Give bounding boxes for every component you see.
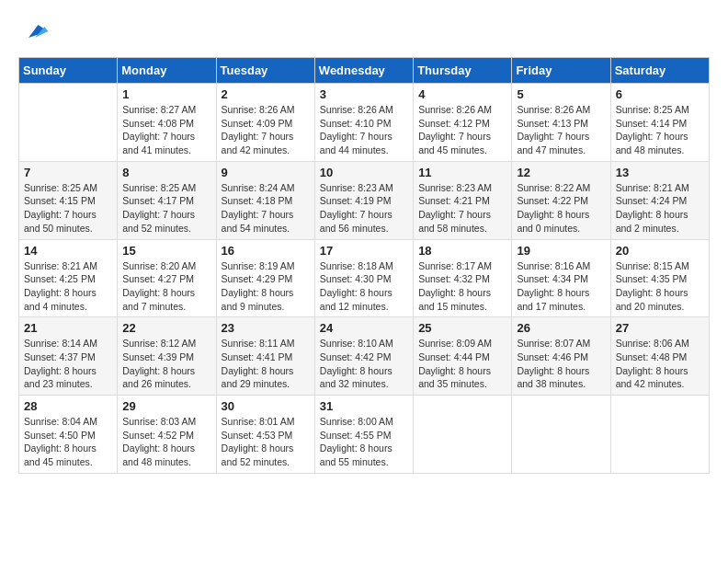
calendar-cell: 29Sunrise: 8:03 AMSunset: 4:52 PMDayligh…	[118, 396, 216, 474]
calendar-cell: 26Sunrise: 8:07 AMSunset: 4:46 PMDayligh…	[512, 317, 610, 396]
calendar-cell: 16Sunrise: 8:19 AMSunset: 4:29 PMDayligh…	[216, 239, 314, 317]
calendar-cell: 2Sunrise: 8:26 AMSunset: 4:09 PMDaylight…	[216, 84, 314, 162]
calendar-cell: 17Sunrise: 8:18 AMSunset: 4:30 PMDayligh…	[314, 239, 413, 317]
calendar-header-row: SundayMondayTuesdayWednesdayThursdayFrid…	[19, 58, 710, 84]
day-info: Sunrise: 8:17 AMSunset: 4:32 PMDaylight:…	[418, 259, 506, 314]
day-info: Sunrise: 8:01 AMSunset: 4:53 PMDaylight:…	[222, 415, 310, 469]
calendar-cell: 30Sunrise: 8:01 AMSunset: 4:53 PMDayligh…	[216, 396, 314, 474]
calendar-cell: 12Sunrise: 8:22 AMSunset: 4:22 PMDayligh…	[512, 161, 610, 239]
calendar-cell: 21Sunrise: 8:14 AMSunset: 4:37 PMDayligh…	[19, 317, 118, 396]
calendar-cell: 18Sunrise: 8:17 AMSunset: 4:32 PMDayligh…	[414, 239, 512, 317]
day-number: 17	[320, 244, 408, 258]
calendar-cell	[19, 84, 118, 162]
day-number: 27	[616, 321, 704, 335]
calendar-cell: 22Sunrise: 8:12 AMSunset: 4:39 PMDayligh…	[118, 317, 216, 396]
calendar-cell: 1Sunrise: 8:27 AMSunset: 4:08 PMDaylight…	[118, 84, 216, 162]
day-number: 20	[616, 244, 704, 258]
calendar-cell	[512, 396, 610, 474]
day-info: Sunrise: 8:25 AMSunset: 4:17 PMDaylight:…	[122, 181, 210, 236]
day-number: 5	[517, 87, 605, 101]
weekday-header: Thursday	[414, 58, 512, 84]
day-info: Sunrise: 8:27 AMSunset: 4:08 PMDaylight:…	[122, 103, 210, 157]
calendar-cell: 11Sunrise: 8:23 AMSunset: 4:21 PMDayligh…	[414, 161, 512, 239]
day-info: Sunrise: 8:23 AMSunset: 4:21 PMDaylight:…	[418, 181, 506, 236]
day-number: 19	[517, 244, 605, 258]
day-info: Sunrise: 8:14 AMSunset: 4:37 PMDaylight:…	[24, 337, 112, 391]
day-number: 28	[24, 399, 112, 413]
calendar-cell: 27Sunrise: 8:06 AMSunset: 4:48 PMDayligh…	[610, 317, 709, 396]
day-number: 16	[222, 244, 310, 258]
calendar-cell: 14Sunrise: 8:21 AMSunset: 4:25 PMDayligh…	[19, 239, 118, 317]
day-number: 18	[418, 244, 506, 258]
day-number: 15	[122, 244, 210, 258]
day-info: Sunrise: 8:21 AMSunset: 4:25 PMDaylight:…	[24, 259, 112, 314]
logo-icon	[22, 18, 48, 44]
day-number: 30	[222, 399, 310, 413]
calendar-cell: 13Sunrise: 8:21 AMSunset: 4:24 PMDayligh…	[610, 161, 709, 239]
calendar-cell: 9Sunrise: 8:24 AMSunset: 4:18 PMDaylight…	[216, 161, 314, 239]
day-number: 21	[24, 321, 112, 335]
day-info: Sunrise: 8:07 AMSunset: 4:46 PMDaylight:…	[517, 337, 605, 391]
day-info: Sunrise: 8:26 AMSunset: 4:09 PMDaylight:…	[222, 103, 310, 157]
day-info: Sunrise: 8:04 AMSunset: 4:50 PMDaylight:…	[24, 415, 112, 469]
weekday-header: Sunday	[19, 58, 118, 84]
day-info: Sunrise: 8:25 AMSunset: 4:14 PMDaylight:…	[616, 103, 704, 157]
day-info: Sunrise: 8:03 AMSunset: 4:52 PMDaylight:…	[122, 415, 210, 469]
weekday-header: Saturday	[610, 58, 709, 84]
day-info: Sunrise: 8:15 AMSunset: 4:35 PMDaylight:…	[616, 259, 704, 314]
day-info: Sunrise: 8:06 AMSunset: 4:48 PMDaylight:…	[616, 337, 704, 391]
day-number: 4	[418, 87, 506, 101]
day-info: Sunrise: 8:10 AMSunset: 4:42 PMDaylight:…	[320, 337, 408, 391]
calendar-week-row: 21Sunrise: 8:14 AMSunset: 4:37 PMDayligh…	[19, 317, 710, 396]
day-info: Sunrise: 8:09 AMSunset: 4:44 PMDaylight:…	[418, 337, 506, 391]
day-number: 31	[320, 399, 408, 413]
day-number: 24	[320, 321, 408, 335]
day-number: 22	[122, 321, 210, 335]
calendar-cell: 23Sunrise: 8:11 AMSunset: 4:41 PMDayligh…	[216, 317, 314, 396]
calendar-cell: 10Sunrise: 8:23 AMSunset: 4:19 PMDayligh…	[314, 161, 413, 239]
calendar-week-row: 28Sunrise: 8:04 AMSunset: 4:50 PMDayligh…	[19, 396, 710, 474]
day-number: 1	[122, 87, 210, 101]
day-number: 3	[320, 87, 408, 101]
day-info: Sunrise: 8:12 AMSunset: 4:39 PMDaylight:…	[122, 337, 210, 391]
weekday-header: Tuesday	[216, 58, 314, 84]
day-number: 7	[24, 166, 112, 179]
day-info: Sunrise: 8:19 AMSunset: 4:29 PMDaylight:…	[222, 259, 310, 314]
calendar-cell: 15Sunrise: 8:20 AMSunset: 4:27 PMDayligh…	[118, 239, 216, 317]
calendar-cell: 31Sunrise: 8:00 AMSunset: 4:55 PMDayligh…	[314, 396, 413, 474]
calendar-cell: 25Sunrise: 8:09 AMSunset: 4:44 PMDayligh…	[414, 317, 512, 396]
day-number: 26	[517, 321, 605, 335]
calendar-cell: 8Sunrise: 8:25 AMSunset: 4:17 PMDaylight…	[118, 161, 216, 239]
day-info: Sunrise: 8:23 AMSunset: 4:19 PMDaylight:…	[320, 181, 408, 236]
calendar-cell: 7Sunrise: 8:25 AMSunset: 4:15 PMDaylight…	[19, 161, 118, 239]
day-info: Sunrise: 8:25 AMSunset: 4:15 PMDaylight:…	[24, 181, 112, 236]
day-number: 13	[616, 166, 704, 179]
day-info: Sunrise: 8:24 AMSunset: 4:18 PMDaylight:…	[222, 181, 310, 236]
calendar-table: SundayMondayTuesdayWednesdayThursdayFrid…	[18, 57, 710, 474]
calendar-cell: 4Sunrise: 8:26 AMSunset: 4:12 PMDaylight…	[414, 84, 512, 162]
day-info: Sunrise: 8:16 AMSunset: 4:34 PMDaylight:…	[517, 259, 605, 314]
day-info: Sunrise: 8:22 AMSunset: 4:22 PMDaylight:…	[517, 181, 605, 236]
day-number: 14	[24, 244, 112, 258]
day-number: 2	[222, 87, 310, 101]
day-number: 8	[122, 166, 210, 179]
weekday-header: Monday	[118, 58, 216, 84]
day-info: Sunrise: 8:00 AMSunset: 4:55 PMDaylight:…	[320, 415, 408, 469]
day-info: Sunrise: 8:26 AMSunset: 4:10 PMDaylight:…	[320, 103, 408, 157]
day-info: Sunrise: 8:26 AMSunset: 4:13 PMDaylight:…	[517, 103, 605, 157]
calendar-cell: 19Sunrise: 8:16 AMSunset: 4:34 PMDayligh…	[512, 239, 610, 317]
calendar-cell: 24Sunrise: 8:10 AMSunset: 4:42 PMDayligh…	[314, 317, 413, 396]
day-number: 9	[222, 166, 310, 179]
calendar-cell: 6Sunrise: 8:25 AMSunset: 4:14 PMDaylight…	[610, 84, 709, 162]
day-number: 29	[122, 399, 210, 413]
day-info: Sunrise: 8:20 AMSunset: 4:27 PMDaylight:…	[122, 259, 210, 314]
day-info: Sunrise: 8:11 AMSunset: 4:41 PMDaylight:…	[222, 337, 310, 391]
calendar-week-row: 14Sunrise: 8:21 AMSunset: 4:25 PMDayligh…	[19, 239, 710, 317]
calendar-cell	[414, 396, 512, 474]
day-number: 6	[616, 87, 704, 101]
day-number: 11	[418, 166, 506, 179]
calendar-cell	[610, 396, 709, 474]
calendar-cell: 28Sunrise: 8:04 AMSunset: 4:50 PMDayligh…	[19, 396, 118, 474]
day-number: 23	[222, 321, 310, 335]
calendar-cell: 3Sunrise: 8:26 AMSunset: 4:10 PMDaylight…	[314, 84, 413, 162]
